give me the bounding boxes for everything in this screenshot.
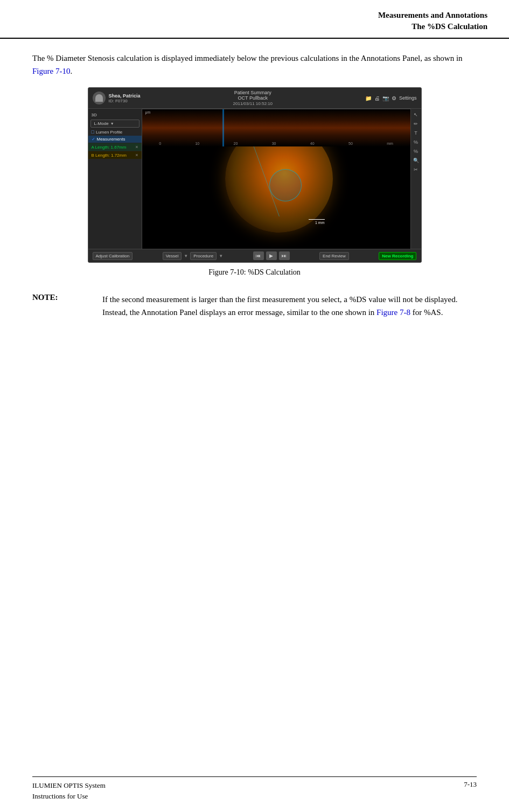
adjust-calibration-btn[interactable]: Adjust Calibration: [93, 252, 133, 260]
note-text: If the second measurement is larger than…: [102, 293, 477, 319]
ruler-10: 10: [195, 142, 199, 145]
oct-scale-bar: 1 mm: [309, 219, 325, 225]
oct-ruler-bottom: 0 10 20 30 40 50 mm: [142, 142, 410, 145]
oct-inner-circle: [269, 169, 302, 201]
oct-ruler-top: μm: [142, 110, 410, 114]
procedure-btn[interactable]: Procedure: [190, 252, 217, 260]
icon-print[interactable]: 🖨: [374, 95, 380, 101]
sidebar-measurements[interactable]: ✓ Measurements: [88, 136, 142, 143]
oct-center-title: Patient Summary: [233, 90, 273, 95]
tool-percent-alt[interactable]: %: [413, 148, 419, 155]
oct-right-tools: ↖ ✏ T % % 🔍 ✂: [410, 109, 421, 249]
note-text-after-link: for %AS.: [410, 308, 443, 317]
oct-patient-id: ID: F0730: [109, 99, 141, 103]
tool-scissors[interactable]: ✂: [413, 166, 419, 173]
lumen-check-icon: □: [92, 129, 94, 135]
oct-scale-line: [309, 219, 325, 220]
sidebar-lumen-profile[interactable]: □ Lumen Profile: [88, 128, 142, 136]
icon-folder[interactable]: 📁: [365, 95, 372, 101]
intro-paragraph: The % Diameter Stenosis calculation is d…: [32, 52, 477, 78]
oct-left-sidebar: 3D L-Mode ▼ □ Lumen Profile ✓ Measuremen…: [88, 109, 142, 249]
company-line2: Instructions for Use: [32, 791, 106, 802]
ruler-mm: mm: [387, 142, 393, 145]
figure-7-10-link[interactable]: Figure 7-10: [32, 67, 70, 75]
figure-caption: Figure 7-10: %DS Calculation: [208, 268, 301, 277]
oct-bottom-controls: Adjust Calibration Vessel ▼ Procedure ▼ …: [88, 249, 421, 262]
tool-text[interactable]: T: [413, 129, 419, 137]
oct-pullback-label: OCT Pullback: [233, 95, 273, 101]
lmode-arrow: ▼: [110, 122, 114, 125]
oct-avatar: [93, 92, 106, 104]
footer-left: ILUMIEN OPTIS System Instructions for Us…: [32, 780, 106, 801]
new-recording-btn[interactable]: New Recording: [379, 252, 416, 260]
vessel-arrow-icon: ▼: [184, 254, 188, 258]
end-review-btn[interactable]: End Review: [319, 252, 349, 260]
measurements-check-icon: ✓: [92, 137, 95, 142]
tool-pencil[interactable]: ✏: [413, 120, 419, 128]
oct-center-info: Patient Summary OCT Pullback 2011/03/11 …: [233, 90, 273, 106]
oct-settings-label[interactable]: Settings: [399, 95, 417, 101]
oct-topbar: Shea, Patricia ID: F0730 Patient Summary…: [88, 88, 421, 109]
measurement-b[interactable]: B Length: 1.72mm ×: [88, 151, 142, 159]
ruler-40: 40: [310, 142, 315, 145]
oct-patient-info: Shea, Patricia ID: F0730: [93, 92, 141, 104]
intro-text-after-link: .: [70, 67, 72, 75]
main-content: The % Diameter Stenosis calculation is d…: [0, 39, 509, 340]
ruler-20: 20: [234, 142, 238, 145]
figure-container: Shea, Patricia ID: F0730 Patient Summary…: [32, 87, 477, 288]
icon-gear[interactable]: ⚙: [392, 95, 396, 101]
icon-photo[interactable]: 📷: [382, 95, 389, 101]
figure-7-8-link[interactable]: Figure 7-8: [376, 308, 410, 317]
page-footer: ILUMIEN OPTIS System Instructions for Us…: [32, 776, 477, 801]
oct-patient-details: Shea, Patricia ID: F0730: [109, 93, 141, 103]
tool-percent[interactable]: %: [413, 138, 419, 146]
measurement-a[interactable]: A Length: 1.67mm ×: [88, 143, 142, 151]
oct-image-area: 0257 1 mm μm: [142, 109, 410, 249]
footer-page-number: 7-13: [464, 780, 477, 789]
company-line1: ILUMIEN OPTIS System: [32, 780, 106, 791]
oct-datetime: 2011/03/11 10:52:10: [233, 101, 273, 106]
header-line1: Measurements and Annotations: [22, 10, 487, 21]
ruler-0: 0: [159, 142, 161, 145]
oct-main-area: 3D L-Mode ▼ □ Lumen Profile ✓ Measuremen…: [88, 109, 421, 249]
intro-text-before-link: The % Diameter Stenosis calculation is d…: [32, 54, 463, 62]
next-frame-btn[interactable]: ⏭: [279, 251, 290, 260]
oct-icons-right: 📁 🖨 📷 ⚙ Settings: [365, 95, 417, 101]
vessel-btn[interactable]: Vessel: [163, 252, 182, 260]
oct-long-content: [142, 109, 410, 146]
play-controls: ⏮ ▶ ⏭: [253, 251, 290, 260]
header-line2: The %DS Calculation: [22, 21, 487, 32]
tool-cursor[interactable]: ↖: [413, 111, 419, 118]
ruler-50: 50: [348, 142, 353, 145]
play-btn[interactable]: ▶: [266, 251, 277, 260]
oct-screenshot: Shea, Patricia ID: F0730 Patient Summary…: [88, 87, 422, 263]
procedure-arrow-icon: ▼: [219, 254, 223, 258]
tool-magnify[interactable]: 🔍: [412, 157, 420, 164]
oct-slice-indicator: [222, 109, 224, 146]
note-label: NOTE:: [32, 293, 102, 319]
ruler-30: 30: [272, 142, 276, 145]
page-header: Measurements and Annotations The %DS Cal…: [0, 0, 509, 39]
ruler-label-um: μm: [145, 110, 151, 114]
meas-b-close[interactable]: ×: [135, 152, 138, 158]
note-section: NOTE: If the second measurement is large…: [32, 293, 477, 319]
oct-patient-name: Shea, Patricia: [109, 93, 141, 99]
sidebar-lmode[interactable]: L-Mode ▼: [90, 120, 140, 128]
procedure-row: Vessel ▼ Procedure ▼: [163, 252, 223, 260]
sidebar-3d[interactable]: 3D: [88, 111, 142, 119]
meas-a-close[interactable]: ×: [135, 144, 138, 150]
oct-longitudinal-view: μm 0 10 20 30 40 50 mm: [142, 109, 410, 146]
oct-avatar-icon: [95, 94, 103, 102]
prev-frame-btn[interactable]: ⏮: [253, 251, 264, 260]
